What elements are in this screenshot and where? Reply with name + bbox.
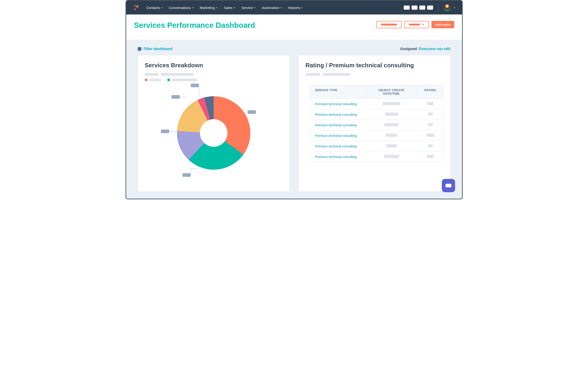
nav-contacts[interactable]: Contacts▾ xyxy=(147,6,162,10)
cell-create-date xyxy=(366,99,418,109)
assigned-label: Assigned: xyxy=(400,47,418,51)
assigned-value-link[interactable]: Everyone can edit xyxy=(419,47,451,51)
nav-service[interactable]: Service▾ xyxy=(242,6,255,10)
cell-rating xyxy=(418,99,443,109)
caret-down-icon xyxy=(422,24,424,25)
chart-label xyxy=(248,110,256,114)
donut-chart xyxy=(145,84,283,182)
svg-line-4 xyxy=(135,7,137,9)
top-nav: Contacts▾ Conversations▾ Marketing▾ Sale… xyxy=(126,1,462,14)
service-type-link[interactable]: Premium technical consulting xyxy=(310,109,366,120)
card-services-breakdown: Services Breakdown xyxy=(138,55,290,192)
chevron-down-icon[interactable]: ▾ xyxy=(454,6,455,9)
legend-item xyxy=(145,78,161,81)
cell-rating xyxy=(418,130,443,141)
add-report-button[interactable]: Add report xyxy=(431,21,454,28)
header-action-dropdown[interactable] xyxy=(404,21,429,28)
nav-marketing[interactable]: Marketing▾ xyxy=(200,6,218,10)
cell-rating xyxy=(418,120,443,130)
chevron-down-icon: ▾ xyxy=(234,6,235,9)
chat-widget-button[interactable] xyxy=(442,179,455,192)
chevron-down-icon: ▾ xyxy=(161,6,162,9)
nav-utility-button[interactable] xyxy=(427,6,433,10)
filter-dashboard-link[interactable]: Filter dashboard xyxy=(144,47,172,51)
filter-icon[interactable] xyxy=(138,47,141,51)
legend-dot-icon xyxy=(167,78,170,81)
service-type-link[interactable]: Premium technical consulting xyxy=(310,99,366,109)
column-rating[interactable]: RATING xyxy=(418,85,443,98)
chart-label xyxy=(171,95,180,99)
table-row: Premium technical consulting xyxy=(310,130,443,141)
column-service-type[interactable]: SERVICE TYPE xyxy=(310,85,366,98)
table-row: Premium technical consulting xyxy=(310,151,443,162)
service-type-link[interactable]: Premium technical consulting xyxy=(310,131,366,141)
chart-label xyxy=(182,173,191,177)
chevron-down-icon: ▾ xyxy=(254,6,255,9)
chevron-down-icon: ▾ xyxy=(216,6,217,9)
nav-sales[interactable]: Sales▾ xyxy=(224,6,235,10)
rating-table: SERVICE TYPE OBJECT CREATE DATE/TIME RAT… xyxy=(310,85,443,162)
service-type-link[interactable]: Premium technical consulting xyxy=(310,120,366,130)
nav-utility-button[interactable] xyxy=(404,6,410,10)
cell-rating xyxy=(418,151,443,162)
cell-create-date xyxy=(366,120,418,130)
nav-automation[interactable]: Automation▾ xyxy=(262,6,282,10)
header-action-button[interactable] xyxy=(376,21,402,28)
card-title: Services Breakdown xyxy=(145,62,283,69)
column-create-date[interactable]: OBJECT CREATE DATE/TIME xyxy=(366,85,418,98)
page-title: Services Performance Dashboard xyxy=(134,21,255,30)
cell-create-date xyxy=(366,151,418,162)
nav-utility-button[interactable] xyxy=(411,6,418,10)
service-type-link[interactable]: Premium technical consulting xyxy=(310,152,366,162)
cell-create-date xyxy=(366,109,418,120)
nav-conversations[interactable]: Conversations▾ xyxy=(169,6,193,10)
page-header: Services Performance Dashboard Add repor… xyxy=(126,14,462,40)
chat-icon xyxy=(445,184,452,187)
table-row: Premium technical consulting xyxy=(310,141,443,151)
chevron-down-icon: ▾ xyxy=(192,6,193,9)
chart-label xyxy=(161,129,169,133)
nav-utility-button[interactable] xyxy=(419,6,425,10)
card-title: Rating / Premium technical consulting xyxy=(305,62,443,69)
avatar[interactable] xyxy=(443,4,451,11)
table-row: Premium technical consulting xyxy=(310,99,443,109)
filter-bar: Filter dashboard Assigned: Everyone can … xyxy=(126,40,462,55)
legend-item xyxy=(167,78,197,81)
table-row: Premium technical consulting xyxy=(310,120,443,130)
nav-reports[interactable]: Reports▾ xyxy=(288,6,303,10)
divider xyxy=(438,4,438,11)
legend-dot-icon xyxy=(145,78,147,81)
cell-create-date xyxy=(366,141,418,151)
hubspot-logo-icon[interactable] xyxy=(133,4,139,11)
svg-line-3 xyxy=(135,6,136,6)
cell-rating xyxy=(418,109,443,120)
chevron-down-icon: ▾ xyxy=(302,6,303,9)
chevron-down-icon: ▾ xyxy=(281,6,282,9)
service-type-link[interactable]: Premium technical consulting xyxy=(310,141,366,151)
table-row: Premium technical consulting xyxy=(310,109,443,120)
card-rating: Rating / Premium technical consulting SE… xyxy=(298,55,451,192)
cell-rating xyxy=(418,141,443,151)
chart-label xyxy=(191,84,199,87)
cell-create-date xyxy=(366,130,418,141)
